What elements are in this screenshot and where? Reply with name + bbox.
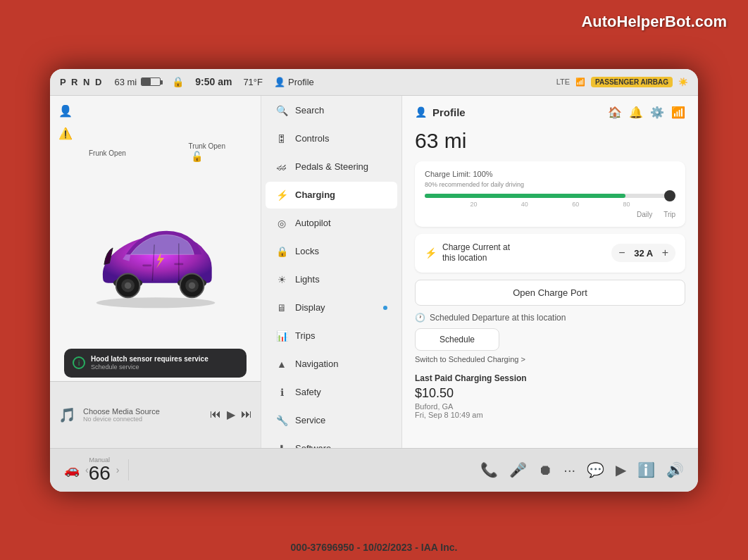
menu-item-pedals---steering[interactable]: 🏎Pedals & Steering xyxy=(266,154,397,180)
charge-limit-header: Charge Limit: 100% xyxy=(425,170,675,178)
menu-label-display: Display xyxy=(295,302,325,313)
menu-label-safety: Safety xyxy=(295,387,321,397)
next-track-icon[interactable]: ⏭ xyxy=(241,408,252,421)
speed-value: 66 xyxy=(89,463,111,483)
svg-rect-11 xyxy=(142,264,151,266)
open-charge-port-button[interactable]: Open Charge Port xyxy=(415,280,685,306)
charge-current-control: − 32 A + xyxy=(611,244,675,262)
signal-strength-icon: 📶 xyxy=(671,106,685,119)
svg-point-5 xyxy=(124,282,130,288)
menu-item-safety[interactable]: ℹSafety xyxy=(266,379,397,406)
menu-item-autopilot[interactable]: ◎Autopilot xyxy=(266,210,397,237)
charge-slider[interactable] xyxy=(425,194,675,198)
last-paid-date: Fri, Sep 8 10:49 am xyxy=(415,411,685,419)
car-visualization xyxy=(64,152,247,363)
scheduled-departure-label: Scheduled Departure at this location xyxy=(430,313,566,323)
phone-icon[interactable]: 📞 xyxy=(480,461,498,478)
menu-item-charging[interactable]: ⚡Charging xyxy=(266,182,397,209)
record-icon[interactable]: ⏺ xyxy=(538,462,552,478)
signal-icon: 📶 xyxy=(575,77,585,87)
prev-track-icon[interactable]: ⏮ xyxy=(210,408,221,421)
safety-menu-icon: ℹ xyxy=(275,387,288,398)
notification-icon: i xyxy=(73,356,85,369)
last-paid-location: Buford, GA xyxy=(415,402,685,411)
trip-label: Trip xyxy=(663,211,675,218)
right-chevrons: › xyxy=(116,464,120,475)
play-pause-icon[interactable]: ▶ xyxy=(227,408,235,421)
media-info: Choose Media Source No device connected xyxy=(83,407,203,423)
menu-item-trips[interactable]: 📊Trips xyxy=(266,323,397,349)
charge-slider-thumb[interactable] xyxy=(664,190,675,201)
taskbar-car[interactable]: 🚗 xyxy=(64,462,80,478)
home-icon[interactable]: 🏠 xyxy=(608,106,622,119)
panel-header-icons: 🏠 🔔 ⚙️ 📶 xyxy=(608,106,685,119)
locks-menu-icon: 🔒 xyxy=(275,246,288,257)
schedule-button[interactable]: Schedule xyxy=(415,328,499,351)
person-icon: 👤 xyxy=(57,103,74,120)
charge-slider-fill xyxy=(425,194,625,198)
status-bar: P R N D 63 mi 🔒 9:50 am 71°F 👤 Profile L… xyxy=(50,69,698,96)
middle-panel: 🔍Search🎛Controls🏎Pedals & Steering⚡Charg… xyxy=(261,96,402,448)
service-menu-icon: 🔧 xyxy=(275,415,288,426)
info-icon[interactable]: ℹ️ xyxy=(637,461,655,478)
svg-point-8 xyxy=(188,282,194,288)
menu-dot-display xyxy=(383,306,387,310)
range-display: 63 mi xyxy=(415,129,685,153)
svg-rect-12 xyxy=(174,263,183,265)
lte-indicator: LTE xyxy=(556,77,570,86)
bell-icon[interactable]: 🔔 xyxy=(629,106,643,119)
charge-current-icon: ⚡ xyxy=(425,247,437,259)
taskbar-speed-section: Manual 66 xyxy=(89,456,111,483)
car-icon: 🚗 xyxy=(64,462,80,478)
charge-current-card: ⚡ Charge Current atthis location − 32 A … xyxy=(415,234,685,273)
sun-icon: ☀️ xyxy=(678,77,688,87)
menu-label-locks: Locks xyxy=(295,246,319,256)
watermark: AutoHelperBot.com xyxy=(581,13,727,31)
trips-menu-icon: 📊 xyxy=(275,330,288,342)
taskbar-icons: 📞 🎤 ⏺ ··· 💬 ▶ ℹ️ 🔊 xyxy=(137,461,685,478)
menu-item-lights[interactable]: ☀Lights xyxy=(266,266,397,293)
navigation-menu-icon: ▲ xyxy=(275,359,288,370)
right-chevron-icon[interactable]: › xyxy=(116,464,120,475)
menu-item-controls[interactable]: 🎛Controls xyxy=(266,125,397,152)
menu-item-service[interactable]: 🔧Service xyxy=(266,407,397,434)
taskbar: 🚗 ‹ Manual 66 › 📞 🎤 ⏺ ··· 💬 ▶ ℹ️ 🔊 xyxy=(50,448,698,492)
decrease-current-button[interactable]: − xyxy=(618,247,625,259)
current-value: 32 A xyxy=(632,248,655,259)
switch-charging-link[interactable]: Switch to Scheduled Charging > xyxy=(415,355,685,363)
charge-note: 80% recommended for daily driving xyxy=(425,181,675,188)
main-content: 👤 ⚠️ Frunk Open Trunk Open 🔓 xyxy=(50,96,698,448)
panel-title: Profile xyxy=(432,106,466,118)
lock-status-icon: 🔒 xyxy=(172,76,184,87)
taskbar-divider xyxy=(128,459,129,480)
menu-label-lights: Lights xyxy=(295,274,320,285)
panel-header: 👤 Profile 🏠 🔔 ⚙️ 📶 xyxy=(415,106,685,119)
notification-bar[interactable]: i Hood latch sensor requires service Sch… xyxy=(64,349,247,378)
menu-item-locks[interactable]: 🔒Locks xyxy=(266,238,397,265)
svg-point-0 xyxy=(96,297,215,308)
settings-icon[interactable]: ⚙️ xyxy=(650,106,664,119)
charge-limit-label: Charge Limit: 100% xyxy=(425,170,493,178)
charge-markers: 20 40 60 80 xyxy=(425,201,675,208)
audio-wave-icon[interactable]: 🎤 xyxy=(509,461,527,478)
play-icon[interactable]: ▶ xyxy=(616,461,626,478)
menu-item-navigation[interactable]: ▲Navigation xyxy=(266,351,397,378)
status-right: LTE 📶 PASSENGER AIRBAG ☀️ xyxy=(556,77,688,87)
menu-item-display[interactable]: 🖥Display xyxy=(266,294,397,321)
bottom-watermark: 000-37696950 - 10/02/2023 - IAA Inc. xyxy=(291,542,458,553)
lights-menu-icon: ☀ xyxy=(275,274,288,285)
clock-icon: 🕐 xyxy=(415,313,425,323)
battery-icon xyxy=(141,77,161,86)
last-paid-title: Last Paid Charging Session xyxy=(415,373,685,383)
menu-label-controls: Controls xyxy=(295,133,329,144)
increase-current-button[interactable]: + xyxy=(662,247,668,259)
menu-item-software[interactable]: ⬇Software xyxy=(266,435,397,448)
menu-label-pedals---steering: Pedals & Steering xyxy=(295,161,368,172)
status-temp: 71°F xyxy=(243,77,263,87)
volume-icon[interactable]: 🔊 xyxy=(666,461,684,478)
menu-item-search[interactable]: 🔍Search xyxy=(266,97,397,124)
music-note-icon: 🎵 xyxy=(58,406,76,423)
more-icon[interactable]: ··· xyxy=(563,462,575,478)
message-icon[interactable]: 💬 xyxy=(587,461,604,478)
profile-header-icon: 👤 xyxy=(415,106,427,118)
